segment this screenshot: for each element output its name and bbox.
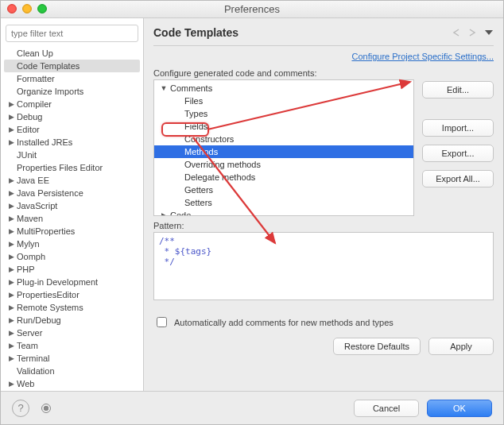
sidebar-item[interactable]: ▶Server [4,326,140,339]
sidebar-item[interactable]: ▶Debug [4,110,140,123]
export-all-button[interactable]: Export All... [422,170,494,187]
sidebar-item[interactable]: ▶Maven [4,212,140,225]
sidebar-item[interactable]: ▶Editor [4,123,140,136]
sidebar-item[interactable]: JUnit [4,149,140,161]
main-panel: Code Templates Configure Project Specifi… [144,18,503,391]
cancel-button[interactable]: Cancel [354,400,419,417]
sidebar-item[interactable]: Formatter [4,72,140,85]
preferences-window: Preferences Clean UpCode TemplatesFormat… [0,0,504,425]
sidebar-item[interactable]: Validation [4,365,140,377]
template-tree-label: Getters [183,185,213,195]
sidebar-item-label: Organize Imports [15,87,83,96]
disclosure-icon: ▶ [7,202,15,210]
code-template-tree[interactable]: ▼CommentsFilesTypesFieldsConstructorsMet… [153,79,414,216]
disclosure-icon: ▶ [7,214,15,222]
template-tree-item[interactable]: Delegate methods [154,171,413,184]
template-tree-item[interactable]: Methods [154,145,413,158]
disclosure-icon: ▶ [7,316,15,324]
menu-dropdown-icon[interactable] [484,29,494,37]
sidebar-item[interactable]: ▶Java EE [4,174,140,187]
template-tree-label: Types [183,109,207,118]
sidebar-item-label: Team [15,341,38,350]
page-title: Code Templates [153,26,238,39]
sidebar-item-label: Debug [15,112,42,122]
sidebar-item-label: Mylyn [15,239,40,249]
sidebar-item-label: Formatter [15,74,55,83]
auto-comments-checkbox[interactable] [157,317,167,327]
disclosure-icon: ▶ [7,189,15,197]
generated-label: Configure generated code and comments: [153,68,494,78]
sidebar-item[interactable]: ▶Oomph [4,250,140,263]
minimize-icon[interactable] [22,4,32,14]
template-tree-item[interactable]: Getters [154,184,413,196]
sidebar-item-label: Properties Files Editor [15,163,103,172]
disclosure-icon: ▶ [7,100,15,108]
preferences-tree[interactable]: Clean UpCode TemplatesFormatterOrganize … [4,47,140,391]
ok-button[interactable]: OK [427,400,492,417]
record-icon[interactable] [37,400,55,417]
disclosure-icon: ▶ [7,126,15,133]
sidebar-item-label: Java EE [15,176,49,185]
close-icon[interactable] [7,4,17,14]
disclosure-icon: ▶ [7,303,15,311]
sidebar-item[interactable]: ▶Java Persistence [4,187,140,199]
sidebar-item[interactable]: Organize Imports [4,85,140,98]
export-button[interactable]: Export... [422,145,494,162]
sidebar-item[interactable]: ▶Terminal [4,352,140,365]
template-tree-item[interactable]: Types [154,107,413,120]
pattern-box[interactable]: /** * ${tags} */ [153,232,494,300]
sidebar-item[interactable]: Code Templates [4,60,140,72]
help-icon[interactable]: ? [12,400,29,417]
zoom-icon[interactable] [37,4,47,14]
sidebar-item-label: Terminal [15,354,50,363]
sidebar-item[interactable]: ▶Installed JREs [4,136,140,149]
filter-input[interactable] [6,25,138,42]
sidebar-item[interactable]: ▶Mylyn [4,238,140,250]
sidebar-item-label: JavaScript [15,201,57,211]
disclosure-icon: ▶ [7,176,15,184]
sidebar-item[interactable]: ▶Run/Debug [4,314,140,326]
template-tree-label: Constructors [183,134,234,144]
disclosure-icon: ▶ [159,211,169,216]
sidebar-item[interactable]: ▶PropertiesEditor [4,288,140,301]
disclosure-icon: ▶ [7,380,15,388]
sidebar-item[interactable]: ▶JavaScript [4,199,140,212]
sidebar-item[interactable]: Properties Files Editor [4,161,140,174]
edit-button[interactable]: Edit... [422,81,494,99]
template-tree-item[interactable]: Setters [154,196,413,209]
template-tree-item[interactable]: Fields [154,120,413,133]
disclosure-icon: ▶ [7,329,15,337]
sidebar-item[interactable]: ▶Plug-in Development [4,276,140,288]
sidebar-item[interactable]: Clean Up [4,47,140,60]
template-tree-item[interactable]: ▶Code [154,209,413,216]
template-tree-label: Fields [183,122,207,131]
forward-icon[interactable] [468,29,481,37]
template-tree-item[interactable]: ▼Comments [154,82,413,95]
footer: ? Cancel OK [1,391,503,424]
sidebar: Clean UpCode TemplatesFormatterOrganize … [1,18,144,391]
auto-comments-label: Automatically add comments for new metho… [174,318,394,327]
sidebar-item[interactable]: ▶Remote Systems [4,301,140,314]
configure-project-link[interactable]: Configure Project Specific Settings... [351,52,494,61]
apply-button[interactable]: Apply [428,338,494,355]
sidebar-item-label: JUnit [15,150,37,160]
import-button[interactable]: Import... [422,119,494,137]
restore-defaults-button[interactable]: Restore Defaults [333,338,421,355]
template-tree-item[interactable]: Overriding methods [154,158,413,171]
disclosure-icon: ▶ [7,291,15,299]
back-icon[interactable] [452,29,465,37]
sidebar-item[interactable]: ▶Compiler [4,98,140,110]
sidebar-item-label: Web [15,379,34,388]
sidebar-item-label: Remote Systems [15,303,83,312]
sidebar-item-label: Maven [15,214,43,223]
annotation-arrows [144,18,494,415]
sidebar-item[interactable]: ▶Web [4,377,140,390]
sidebar-item[interactable]: ▶PHP [4,263,140,276]
template-tree-item[interactable]: Constructors [154,133,413,145]
template-tree-item[interactable]: Files [154,95,413,107]
disclosure-icon: ▶ [7,138,15,146]
template-tree-label: Comments [169,83,212,93]
sidebar-item[interactable]: ▶MultiProperties [4,225,140,238]
disclosure-icon: ▼ [159,84,169,92]
sidebar-item[interactable]: ▶Team [4,339,140,352]
